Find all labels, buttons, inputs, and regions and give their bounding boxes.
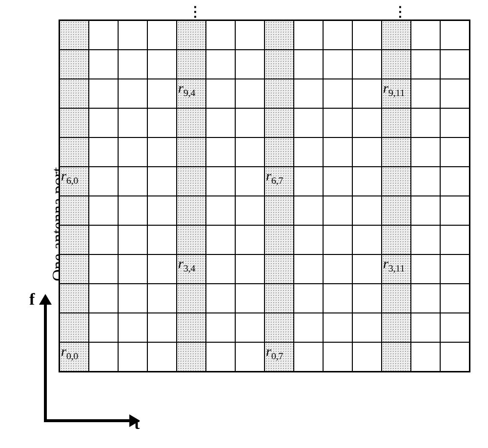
resource-element — [118, 108, 147, 137]
resource-element — [206, 342, 235, 371]
resource-element — [60, 50, 89, 79]
resource-element — [147, 167, 177, 196]
resource-element — [89, 342, 118, 371]
resource-element — [352, 137, 382, 167]
resource-element — [352, 196, 382, 225]
axis-label-t: t — [134, 414, 140, 433]
resource-element — [264, 20, 294, 50]
resource-element — [294, 284, 323, 313]
resource-element — [352, 313, 382, 342]
resource-element — [60, 225, 89, 254]
resource-element — [206, 20, 235, 50]
resource-element — [147, 108, 177, 137]
resource-element — [323, 225, 352, 254]
resource-element — [235, 50, 264, 79]
resource-element — [294, 313, 323, 342]
resource-element — [352, 50, 382, 79]
axis-label-f: f — [29, 290, 35, 309]
resource-element — [352, 254, 382, 284]
resource-element — [235, 313, 264, 342]
resource-element — [60, 137, 89, 167]
resource-element — [147, 137, 177, 167]
resource-element — [382, 137, 411, 167]
resource-element — [352, 79, 382, 108]
resource-element — [411, 196, 440, 225]
resource-element — [352, 20, 382, 50]
resource-element — [60, 108, 89, 137]
resource-element — [235, 167, 264, 196]
resource-element — [382, 284, 411, 313]
resource-element — [147, 50, 177, 79]
resource-element — [440, 284, 469, 313]
resource-element — [323, 108, 352, 137]
resource-element — [382, 342, 411, 371]
resource-element — [440, 167, 469, 196]
resource-element: r9,11 — [382, 79, 411, 108]
resource-element-label: r9,11 — [383, 80, 405, 98]
resource-element — [206, 167, 235, 196]
resource-element — [323, 254, 352, 284]
resource-element — [235, 137, 264, 167]
resource-element — [206, 79, 235, 108]
resource-element — [411, 79, 440, 108]
resource-element — [294, 196, 323, 225]
resource-element — [294, 50, 323, 79]
resource-element: r9,4 — [177, 79, 206, 108]
resource-element — [147, 284, 177, 313]
resource-element: r6,7 — [264, 167, 294, 196]
resource-element — [294, 20, 323, 50]
resource-element — [323, 196, 352, 225]
resource-element — [147, 196, 177, 225]
resource-element — [89, 225, 118, 254]
resource-element: r0,0 — [60, 342, 89, 371]
resource-element-label: r0,0 — [61, 344, 78, 362]
resource-element — [411, 284, 440, 313]
resource-element — [147, 225, 177, 254]
resource-element — [264, 313, 294, 342]
resource-element — [147, 342, 177, 371]
resource-element — [206, 137, 235, 167]
resource-element — [440, 20, 469, 50]
resource-element — [89, 50, 118, 79]
resource-element — [118, 342, 147, 371]
resource-element — [147, 254, 177, 284]
resource-element — [235, 225, 264, 254]
resource-element — [264, 254, 294, 284]
resource-element — [177, 20, 206, 50]
resource-element — [118, 225, 147, 254]
resource-element — [177, 284, 206, 313]
resource-element — [294, 167, 323, 196]
resource-element — [206, 284, 235, 313]
resource-element — [440, 313, 469, 342]
resource-element — [323, 20, 352, 50]
resource-element — [177, 108, 206, 137]
resource-element: r6,0 — [60, 167, 89, 196]
resource-element — [323, 342, 352, 371]
resource-element — [89, 79, 118, 108]
resource-element — [147, 20, 177, 50]
resource-element — [323, 79, 352, 108]
resource-element — [60, 313, 89, 342]
resource-element — [294, 79, 323, 108]
resource-element — [440, 50, 469, 79]
resource-element — [177, 167, 206, 196]
resource-element — [382, 313, 411, 342]
resource-element — [294, 108, 323, 137]
resource-element — [352, 108, 382, 137]
vertical-ellipsis-icon: ⋮ — [393, 3, 407, 19]
resource-element — [235, 196, 264, 225]
resource-element — [177, 196, 206, 225]
resource-element-label: r6,7 — [266, 168, 283, 186]
resource-element — [382, 225, 411, 254]
resource-element — [118, 167, 147, 196]
resource-element — [411, 225, 440, 254]
resource-element — [323, 313, 352, 342]
resource-element — [264, 79, 294, 108]
resource-element — [264, 50, 294, 79]
resource-element — [352, 225, 382, 254]
resource-element — [440, 108, 469, 137]
diagram-canvas: One antenna port f t r9,4r9,11r6,0r6,7r3… — [0, 0, 488, 448]
resource-element — [118, 50, 147, 79]
resource-element-label: r6,0 — [61, 168, 78, 186]
resource-element — [147, 313, 177, 342]
